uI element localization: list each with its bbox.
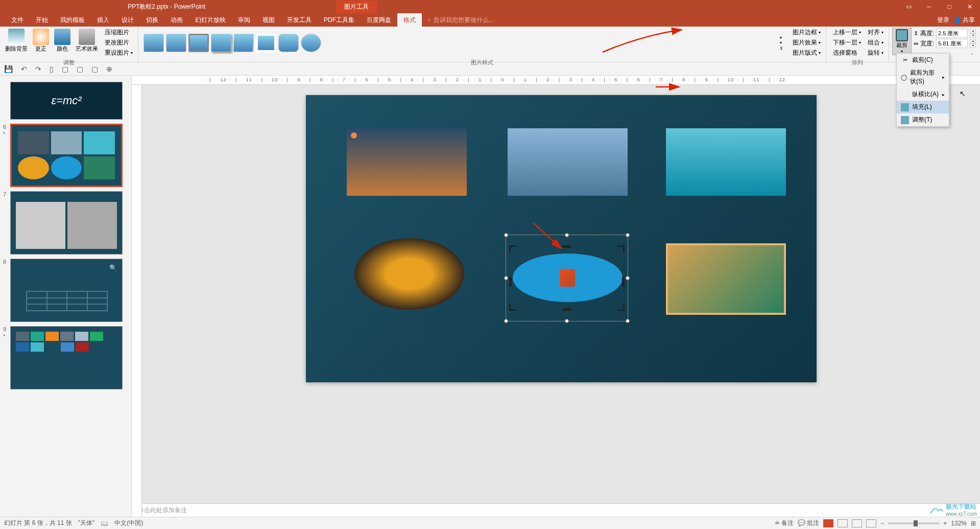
change-picture-button[interactable]: 更改图片 — [101, 38, 135, 48]
selection-pane-button[interactable]: 选择窗格 — [829, 48, 863, 58]
tab-animation[interactable]: 动画 — [164, 13, 189, 27]
slide-canvas[interactable] — [306, 95, 817, 382]
handle-bc[interactable] — [565, 319, 569, 323]
share-button[interactable]: 👤 共享 — [953, 16, 975, 25]
tab-template[interactable]: 我的模板 — [54, 13, 91, 27]
slideshow-view-button[interactable] — [866, 519, 876, 527]
style-2[interactable] — [166, 34, 186, 52]
picture-layout-button[interactable]: 图片版式▾ — [789, 48, 823, 58]
zoom-thumb[interactable] — [914, 520, 918, 526]
menu-aspect-ratio[interactable]: 纵横比(A)▸ — [897, 88, 949, 101]
gallery-more-icon[interactable]: ⊻ — [780, 46, 783, 51]
handle-ml[interactable] — [504, 276, 508, 280]
selection-box[interactable] — [506, 235, 628, 321]
crop-edge-t[interactable] — [562, 245, 571, 248]
qat-icon-8[interactable]: ⊕ — [106, 65, 112, 73]
width-up[interactable]: ▴ — [970, 39, 976, 43]
normal-view-button[interactable] — [823, 519, 833, 527]
notes-pane[interactable]: 单击此处添加备注 — [132, 503, 980, 517]
handle-br[interactable] — [626, 319, 630, 323]
rotate-button[interactable]: 旋转▾ — [864, 48, 886, 58]
slide-image-mountain[interactable] — [508, 128, 628, 196]
height-down[interactable]: ▾ — [970, 33, 976, 38]
gallery-down-icon[interactable]: ▾ — [780, 40, 783, 45]
zoom-in-button[interactable]: + — [943, 520, 947, 527]
picture-effects-button[interactable]: 图片效果▾ — [789, 38, 823, 48]
artistic-effects-button[interactable]: 艺术效果 — [74, 28, 100, 54]
handle-mr[interactable] — [626, 276, 630, 280]
tab-file[interactable]: 文件 — [5, 13, 30, 27]
slide-thumbnail-panel[interactable]: ε=mc² 6 * 7 8 🔍 — [0, 76, 132, 517]
tab-slideshow[interactable]: 幻灯片放映 — [189, 13, 232, 27]
language-indicator[interactable]: 中文(中国) — [114, 519, 143, 527]
tab-transition[interactable]: 切换 — [140, 13, 164, 27]
tab-review[interactable]: 审阅 — [232, 13, 256, 27]
crop-tl[interactable] — [509, 245, 516, 252]
align-button[interactable]: 对齐▾ — [864, 28, 886, 37]
width-down[interactable]: ▾ — [970, 43, 976, 48]
style-8[interactable] — [301, 34, 321, 52]
corrections-button[interactable]: 更正 — [31, 28, 51, 54]
qat-icon-7[interactable]: ▢ — [91, 65, 98, 73]
qat-icon-6[interactable]: ▢ — [77, 65, 83, 73]
ribbon-options-icon[interactable]: ▭ — [898, 0, 919, 13]
remove-background-button[interactable]: 删除背景 — [3, 28, 30, 54]
save-icon[interactable]: 💾 — [4, 65, 13, 73]
gallery-up-icon[interactable]: ▴ — [780, 35, 783, 39]
height-input[interactable] — [936, 29, 968, 38]
zoom-slider[interactable] — [888, 522, 939, 524]
slide-image-beach[interactable] — [666, 128, 786, 196]
picture-border-button[interactable]: 图片边框▾ — [789, 28, 823, 37]
maximize-icon[interactable]: □ — [939, 0, 960, 13]
handle-tl[interactable] — [504, 233, 508, 237]
handle-tr[interactable] — [626, 233, 630, 237]
minimize-icon[interactable]: ─ — [919, 0, 939, 13]
tell-me-search[interactable]: ♀ 告诉我您想要做什么... — [427, 16, 494, 25]
slide-thumb-7[interactable]: 7 — [10, 191, 129, 255]
style-3[interactable] — [188, 34, 209, 52]
crop-button[interactable]: 裁剪 ▾ — [892, 28, 912, 55]
zoom-level[interactable]: 132% — [951, 520, 967, 527]
crop-edge-r[interactable] — [622, 277, 625, 286]
menu-crop[interactable]: ✂裁剪(C) — [897, 54, 949, 66]
style-7[interactable] — [278, 34, 299, 52]
handle-bl[interactable] — [504, 319, 508, 323]
collapse-ribbon-icon[interactable]: ˄ — [971, 53, 978, 60]
style-6[interactable] — [256, 34, 276, 52]
slide-thumb-8[interactable]: 8 🔍 — [10, 259, 129, 322]
zoom-out-button[interactable]: − — [880, 520, 884, 527]
tab-format[interactable]: 格式 — [397, 13, 422, 27]
tab-design[interactable]: 设计 — [115, 13, 140, 27]
handle-tc[interactable] — [565, 233, 569, 237]
send-backward-button[interactable]: 下移一层▾ — [829, 38, 863, 48]
tab-pdf[interactable]: PDF工具集 — [318, 13, 361, 27]
redo-icon[interactable]: ↷ — [35, 65, 41, 73]
crop-edge-l[interactable] — [509, 277, 512, 286]
group-objects-button[interactable]: 组合▾ — [864, 38, 886, 48]
slide-image-chalkboard[interactable] — [666, 243, 786, 315]
sorter-view-button[interactable] — [838, 519, 848, 527]
reading-view-button[interactable] — [852, 519, 862, 527]
height-up[interactable]: ▴ — [970, 29, 976, 33]
compress-button[interactable]: 压缩图片 — [101, 28, 135, 37]
color-button[interactable]: 颜色 — [52, 28, 73, 54]
slide-image-leaf[interactable] — [354, 238, 464, 310]
crop-edge-b[interactable] — [562, 308, 571, 311]
tab-developer[interactable]: 开发工具 — [281, 13, 318, 27]
comments-toggle[interactable]: 💬 批注 — [798, 519, 819, 527]
crop-bl[interactable] — [509, 304, 516, 311]
start-slideshow-icon[interactable]: ▯ — [50, 65, 54, 73]
close-icon[interactable]: ✕ — [960, 0, 980, 13]
menu-fit[interactable]: 调整(T) — [897, 113, 949, 126]
width-input[interactable] — [936, 39, 968, 48]
tab-baidu[interactable]: 百度网盘 — [361, 13, 397, 27]
style-1[interactable] — [144, 34, 164, 52]
style-5[interactable] — [233, 34, 254, 52]
crop-tr[interactable] — [617, 245, 625, 252]
undo-icon[interactable]: ↶ — [21, 65, 27, 73]
menu-crop-to-shape[interactable]: ◯裁剪为形状(S)▸ — [897, 66, 949, 88]
crop-br[interactable] — [617, 304, 625, 311]
spellcheck-icon[interactable]: 📖 — [101, 520, 108, 527]
login-link[interactable]: 登录 — [937, 16, 949, 25]
slide-thumb-6[interactable]: 6 * — [10, 124, 129, 187]
